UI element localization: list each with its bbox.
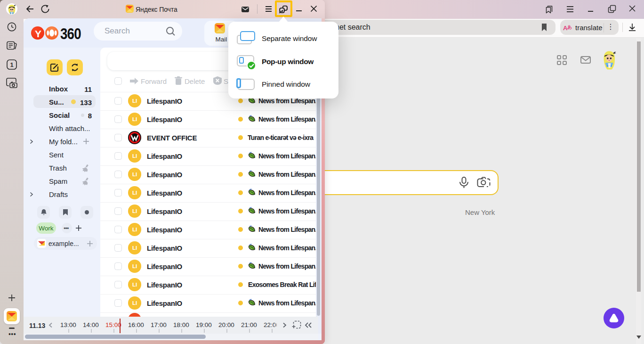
svg-text:あ: あ	[567, 25, 572, 30]
